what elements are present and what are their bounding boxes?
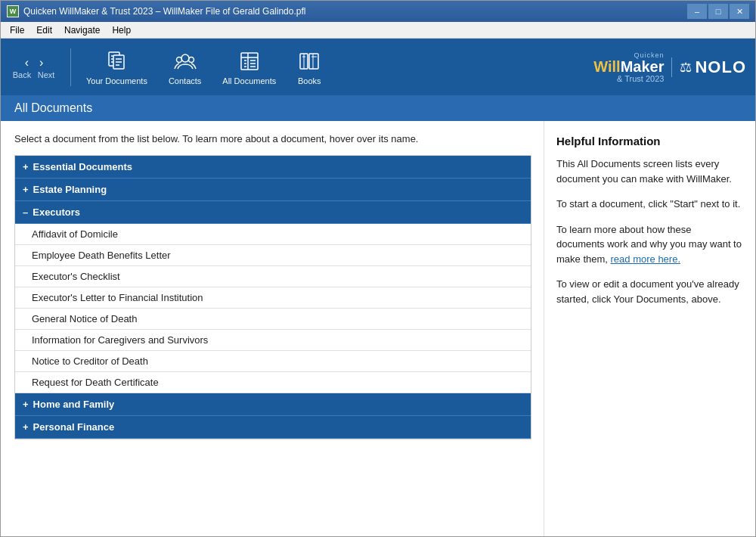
helpful-para-1: This All Documents screen lists every do… — [556, 157, 742, 186]
maximize-button[interactable]: □ — [708, 4, 728, 19]
window-title: Quicken WillMaker & Trust 2023 – WillMak… — [23, 6, 687, 17]
helpful-title: Helpful Information — [556, 135, 742, 147]
essential-expand-icon: + — [23, 161, 29, 172]
document-list: + Essential Documents + Estate Planning … — [14, 155, 531, 439]
contacts-icon — [173, 49, 197, 73]
close-button[interactable]: ✕ — [730, 4, 749, 19]
estate-planning-label: Estate Planning — [33, 184, 107, 195]
toolbar: ‹ › Back Next — [1, 39, 755, 95]
category-home-family[interactable]: + Home and Family — [15, 393, 531, 416]
helpful-para-3: To learn more about how these documents … — [556, 222, 742, 267]
quicken-text: Quicken — [634, 51, 664, 59]
doc-information-caregivers[interactable]: Information for Caregivers and Survivors — [15, 330, 531, 351]
window-controls: – □ ✕ — [687, 4, 749, 19]
menu-help[interactable]: Help — [106, 22, 137, 38]
contacts-label: Contacts — [169, 76, 201, 85]
your-documents-label: Your Documents — [86, 76, 147, 85]
doc-general-notice-death[interactable]: General Notice of Death — [15, 309, 531, 330]
toolbar-separator-1 — [70, 48, 71, 86]
app-window: W Quicken WillMaker & Trust 2023 – WillM… — [0, 0, 756, 537]
page-title: All Documents — [14, 101, 92, 114]
home-family-label: Home and Family — [33, 399, 115, 410]
back-label: Back — [10, 70, 34, 79]
doc-notice-creditor-death[interactable]: Notice to Creditor of Death — [15, 351, 531, 372]
title-bar: W Quicken WillMaker & Trust 2023 – WillM… — [1, 1, 755, 22]
scales-icon: ⚖ — [680, 59, 692, 76]
books-button[interactable]: Books — [287, 45, 332, 90]
menu-bar: File Edit Navigate Help — [1, 22, 755, 39]
personal-expand-icon: + — [23, 421, 29, 433]
estate-expand-icon: + — [23, 184, 29, 195]
minimize-button[interactable]: – — [687, 4, 707, 19]
menu-navigate[interactable]: Navigate — [58, 22, 106, 38]
nolo-logo: ⚖ NOLO — [671, 57, 746, 77]
doc-employee-death-benefits[interactable]: Employee Death Benefits Letter — [15, 245, 531, 266]
books-label: Books — [298, 76, 321, 85]
all-documents-button[interactable]: All Documents — [212, 45, 287, 90]
next-button[interactable]: › — [35, 55, 48, 70]
page-header: All Documents — [1, 95, 755, 121]
read-more-link[interactable]: read more here. — [611, 253, 681, 265]
doc-executor-checklist[interactable]: Executor's Checklist — [15, 266, 531, 287]
all-documents-icon — [237, 49, 262, 73]
contacts-button[interactable]: Contacts — [158, 45, 212, 90]
books-icon — [297, 49, 321, 73]
executors-label: Executors — [33, 206, 80, 218]
home-expand-icon: + — [23, 399, 29, 410]
essential-documents-label: Essential Documents — [33, 161, 133, 172]
your-documents-icon — [104, 49, 129, 73]
category-personal-finance[interactable]: + Personal Finance — [15, 416, 531, 439]
main-content: Select a document from the list below. T… — [1, 121, 755, 536]
doc-affidavit-domicile[interactable]: Affidavit of Domicile — [15, 224, 531, 245]
menu-edit[interactable]: Edit — [30, 22, 58, 38]
doc-executor-letter-financial[interactable]: Executor's Letter to Financial Instituti… — [15, 287, 531, 309]
logo-area: Quicken WillMaker & Trust 2023 ⚖ NOLO — [593, 51, 746, 83]
willmaker-logo: Quicken WillMaker & Trust 2023 — [593, 51, 664, 83]
personal-finance-label: Personal Finance — [33, 421, 115, 433]
executors-expand-icon: – — [23, 206, 28, 218]
doc-request-death-certificate[interactable]: Request for Death Certificate — [15, 372, 531, 393]
left-panel: Select a document from the list below. T… — [1, 121, 544, 536]
back-button[interactable]: ‹ — [20, 55, 33, 70]
svg-point-9 — [176, 57, 181, 62]
category-essential-documents[interactable]: + Essential Documents — [15, 156, 531, 178]
right-panel: Helpful Information This All Documents s… — [544, 121, 755, 536]
your-documents-button[interactable]: Your Documents — [76, 45, 158, 90]
menu-file[interactable]: File — [4, 22, 30, 38]
svg-point-8 — [181, 54, 189, 62]
helpful-para-2: To start a document, click "Start" next … — [556, 197, 742, 212]
next-label: Next — [34, 70, 58, 79]
svg-point-10 — [188, 57, 194, 62]
helpful-para-4: To view or edit a document you've alread… — [556, 277, 742, 306]
svg-rect-22 — [309, 54, 318, 69]
trust-text: & Trust 2023 — [617, 74, 664, 83]
instruction-text: Select a document from the list below. T… — [14, 133, 531, 144]
category-estate-planning[interactable]: + Estate Planning — [15, 178, 531, 201]
nolo-text: NOLO — [695, 57, 746, 77]
category-executors[interactable]: – Executors — [15, 201, 531, 224]
all-documents-label: All Documents — [222, 76, 276, 85]
willmaker-text: WillMaker — [593, 59, 664, 74]
nav-controls: ‹ › Back Next — [10, 55, 58, 79]
app-icon: W — [7, 5, 19, 17]
